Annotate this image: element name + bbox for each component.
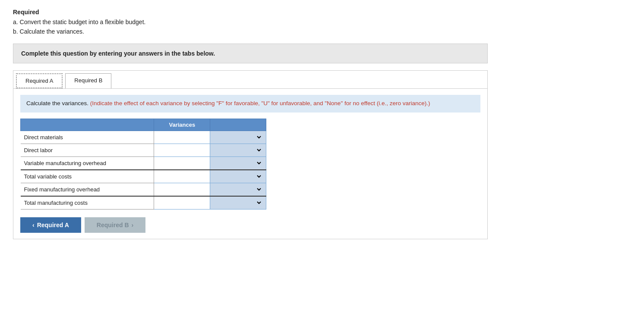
col-label-header bbox=[21, 119, 154, 131]
variance-input-5[interactable] bbox=[158, 199, 206, 206]
table-row-label-3: Total variable costs bbox=[21, 170, 154, 183]
btn-required-a[interactable]: ‹ Required A bbox=[20, 217, 81, 233]
chevron-right-icon: › bbox=[132, 222, 134, 228]
variance-input-1[interactable] bbox=[158, 147, 206, 154]
table-row-label-0: Direct materials bbox=[21, 131, 154, 144]
effect-select-cell-0[interactable]: FUNone bbox=[210, 131, 266, 144]
tab-content-area: Calculate the variances. (Indicate the e… bbox=[13, 89, 487, 239]
variance-input-4[interactable] bbox=[158, 186, 206, 193]
tabs-container: Required A Required B Calculate the vari… bbox=[13, 70, 488, 239]
effect-select-cell-1[interactable]: FUNone bbox=[210, 144, 266, 156]
variance-input-cell-0[interactable] bbox=[154, 131, 210, 144]
effect-select-3[interactable]: FUNone bbox=[214, 173, 262, 180]
effect-select-2[interactable]: FUNone bbox=[214, 160, 262, 167]
effect-select-cell-2[interactable]: FUNone bbox=[210, 156, 266, 170]
calculate-note: (Indicate the effect of each variance by… bbox=[90, 100, 430, 106]
instruction-line-a: a. Convert the static budget into a flex… bbox=[13, 17, 631, 27]
btn-required-a-label: Required A bbox=[37, 222, 69, 228]
table-row-label-5: Total manufacturing costs bbox=[21, 196, 154, 210]
instructions-block: a. Convert the static budget into a flex… bbox=[13, 17, 631, 37]
effect-select-cell-3[interactable]: FUNone bbox=[210, 170, 266, 183]
instruction-line-b: b. Calculate the variances. bbox=[13, 27, 631, 36]
calculate-label: Calculate the variances. bbox=[26, 100, 88, 106]
btn-required-b-label: Required B bbox=[97, 222, 129, 228]
question-box-text: Complete this question by entering your … bbox=[21, 50, 215, 57]
effect-select-cell-5[interactable]: FUNone bbox=[210, 196, 266, 210]
effect-select-cell-4[interactable]: FUNone bbox=[210, 183, 266, 196]
effect-select-1[interactable]: FUNone bbox=[214, 147, 262, 154]
table-row-label-2: Variable manufacturing overhead bbox=[21, 156, 154, 170]
table-row-label-1: Direct labor bbox=[21, 144, 154, 156]
variance-input-3[interactable] bbox=[158, 173, 206, 180]
col-variances-header: Variances bbox=[154, 119, 210, 131]
variance-input-0[interactable] bbox=[158, 134, 206, 141]
effect-select-0[interactable]: FUNone bbox=[214, 134, 262, 141]
variance-input-cell-5[interactable] bbox=[154, 196, 210, 210]
variance-input-cell-4[interactable] bbox=[154, 183, 210, 196]
required-heading: Required bbox=[13, 9, 631, 16]
calculate-instruction: Calculate the variances. (Indicate the e… bbox=[20, 95, 480, 113]
tabs-header: Required A Required B bbox=[13, 71, 487, 89]
variance-table: Variances Direct materialsFUNoneDirect l… bbox=[20, 119, 266, 210]
chevron-left-icon: ‹ bbox=[32, 222, 35, 228]
tab-required-b[interactable]: Required B bbox=[65, 73, 111, 88]
tab-required-a[interactable]: Required A bbox=[16, 73, 63, 88]
table-row-label-4: Fixed manufacturing overhead bbox=[21, 183, 154, 196]
variance-input-2[interactable] bbox=[158, 160, 206, 167]
col-effect-header bbox=[210, 119, 266, 131]
effect-select-4[interactable]: FUNone bbox=[214, 186, 262, 193]
question-box: Complete this question by entering your … bbox=[13, 44, 488, 63]
variance-input-cell-2[interactable] bbox=[154, 156, 210, 170]
nav-buttons: ‹ Required A Required B › bbox=[20, 217, 480, 233]
variance-input-cell-1[interactable] bbox=[154, 144, 210, 156]
effect-select-5[interactable]: FUNone bbox=[214, 199, 262, 206]
btn-required-b[interactable]: Required B › bbox=[85, 217, 145, 233]
variance-input-cell-3[interactable] bbox=[154, 170, 210, 183]
